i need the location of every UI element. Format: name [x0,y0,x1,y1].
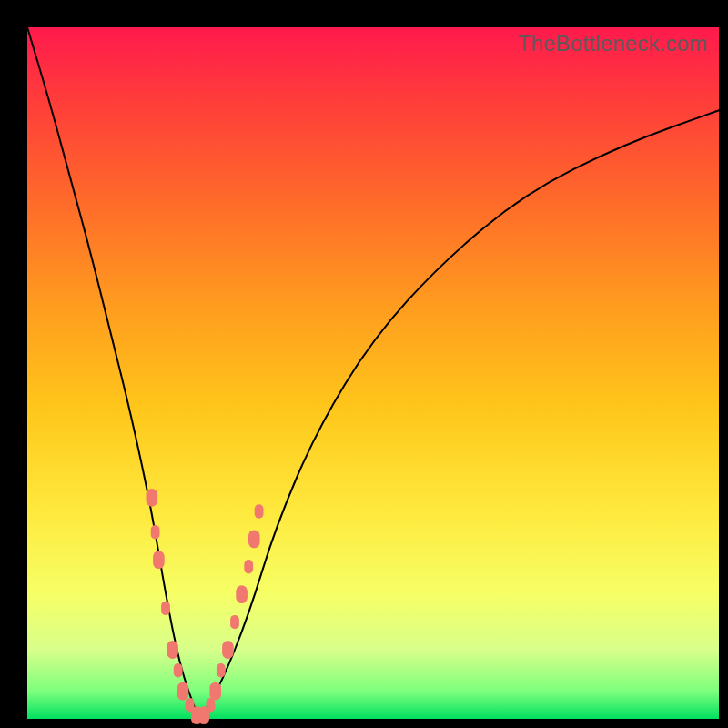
curve-marker [236,585,248,603]
plot-area: TheBottleneck.com [27,27,719,719]
chart-frame: TheBottleneck.com [0,0,728,728]
curve-marker [207,698,216,712]
chart-svg [27,27,719,719]
curve-markers [147,489,264,724]
curve-marker [230,615,239,629]
curve-marker [161,602,170,615]
curve-marker [217,663,226,677]
curve-marker [147,489,158,507]
curve-marker [167,641,178,659]
curve-marker [153,551,165,569]
curve-marker [255,504,264,518]
bottleneck-curve [27,27,719,714]
curve-marker [248,531,260,549]
curve-marker [209,682,221,701]
curve-marker [151,525,160,539]
curve-marker [177,682,189,701]
curve-marker [174,663,183,677]
curve-marker [244,560,253,573]
curve-marker [222,641,234,659]
